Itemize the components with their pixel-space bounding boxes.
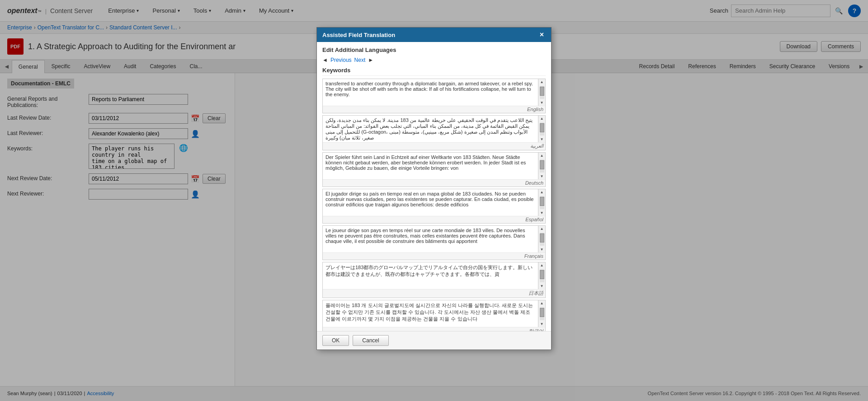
scroll-up-icon[interactable]: ▲	[539, 300, 545, 306]
scrollbar-col: ▲ ▼	[538, 189, 545, 216]
scroll-track[interactable]	[540, 233, 544, 246]
lang-scrollbar: プレイヤーは183都市のグローバルマップ上でリアルタイムで自分の国を実行します。…	[323, 262, 545, 289]
lang-section-english: transferred to another country through a…	[322, 79, 546, 113]
lang-label: 한국어	[528, 328, 543, 331]
scroll-thumb[interactable]	[540, 123, 544, 132]
lang-label: Español	[525, 217, 543, 222]
lang-scrollbar: يتيح اللاعب يتقدم في الوقت الحقيقي على خ…	[323, 116, 545, 142]
scroll-up-icon[interactable]: ▲	[539, 189, 545, 195]
scroll-down-icon[interactable]: ▼	[539, 247, 545, 252]
lang-textarea-6[interactable]: 플레이어는 183 개 도시의 글로벌지도에 실시간으로 자신의 나라를 실행합…	[323, 300, 538, 326]
lang-label: 日本語	[528, 290, 543, 297]
lang-label: العربية	[530, 143, 543, 149]
lang-scrollbar: Der Spieler führt sein Land in Echtzeit …	[323, 153, 545, 179]
scrollbar-col: ▲ ▼	[538, 153, 545, 179]
scrollbar-col: ▲ ▼	[538, 79, 545, 106]
scroll-up-icon[interactable]: ▲	[539, 153, 545, 159]
scroll-down-icon[interactable]: ▼	[539, 136, 545, 142]
modal-section-title: Edit Additional Languages	[322, 47, 546, 53]
modal-title-bar: Assisted Field Translation ×	[317, 28, 551, 42]
scroll-track[interactable]	[540, 196, 544, 209]
scroll-down-icon[interactable]: ▼	[539, 100, 545, 106]
modal-overlay: Assisted Field Translation × Edit Additi…	[0, 0, 868, 401]
scrollbar-col: ▲ ▼	[538, 262, 545, 289]
ok-button[interactable]: OK	[322, 335, 349, 346]
lang-textarea-4[interactable]: Le joueur dirige son pays en temps réel …	[323, 226, 538, 251]
lang-label: English	[527, 107, 543, 112]
lang-section-العربية: يتيح اللاعب يتقدم في الوقت الحقيقي على خ…	[322, 115, 546, 150]
lang-section-deutsch: Der Spieler führt sein Land in Echtzeit …	[322, 152, 546, 187]
lang-textarea-1[interactable]: يتيح اللاعب يتقدم في الوقت الحقيقي على خ…	[323, 116, 538, 141]
lang-textarea-5[interactable]: プレイヤーは183都市のグローバルマップ上でリアルタイムで自分の国を実行します。…	[323, 262, 538, 288]
lang-label-row: English	[323, 106, 545, 113]
lang-section-日本語: プレイヤーは183都市のグローバルマップ上でリアルタイムで自分の国を実行します。…	[322, 262, 546, 298]
keywords-heading: Keywords	[322, 67, 546, 76]
modal-nav: ◄ Previous Next ►	[322, 57, 546, 63]
lang-scrollbar: transferred to another country through a…	[323, 79, 545, 106]
modal-title: Assisted Field Translation	[322, 32, 395, 38]
modal-next-link[interactable]: Next	[354, 57, 366, 63]
scroll-thumb[interactable]	[540, 197, 544, 206]
lang-label: Deutsch	[525, 180, 543, 186]
scroll-down-icon[interactable]: ▼	[539, 173, 545, 179]
scrollbar-col: ▲ ▼	[538, 116, 545, 142]
scroll-up-icon[interactable]: ▲	[539, 262, 545, 268]
lang-section-한국어: 플레이어는 183 개 도시의 글로벌지도에 실시간으로 자신의 나라를 실행합…	[322, 300, 546, 331]
lang-textarea-2[interactable]: Der Spieler führt sein Land in Echtzeit …	[323, 153, 538, 178]
scroll-track[interactable]	[540, 86, 544, 99]
lang-textarea-3[interactable]: El jugador dirige su país en tiempo real…	[323, 189, 538, 214]
lang-label-row: Deutsch	[323, 179, 545, 187]
lang-label-row: Français	[323, 252, 545, 260]
scroll-track[interactable]	[540, 269, 544, 282]
lang-scrollbar: El jugador dirige su país en tiempo real…	[323, 189, 545, 216]
lang-label: Français	[524, 253, 543, 259]
scroll-thumb[interactable]	[540, 233, 544, 242]
scroll-thumb[interactable]	[540, 160, 544, 169]
scroll-track[interactable]	[540, 307, 544, 320]
scroll-thumb[interactable]	[540, 308, 544, 317]
scroll-up-icon[interactable]: ▲	[539, 116, 545, 121]
scroll-track[interactable]	[540, 159, 544, 173]
modal-close-button[interactable]: ×	[538, 31, 546, 38]
lang-scrollbar: Le joueur dirige son pays en temps réel …	[323, 226, 545, 252]
nav-arrow-next: ►	[368, 57, 373, 63]
scroll-track[interactable]	[540, 122, 544, 135]
lang-section-français: Le joueur dirige son pays en temps réel …	[322, 225, 546, 260]
scroll-up-icon[interactable]: ▲	[539, 79, 545, 85]
scroll-down-icon[interactable]: ▼	[539, 283, 545, 289]
scroll-thumb[interactable]	[540, 87, 544, 96]
lang-label-row: 한국어	[323, 327, 545, 331]
lang-section-español: El jugador dirige su país en tiempo real…	[322, 189, 546, 224]
scrollbar-col: ▲ ▼	[538, 226, 545, 252]
scroll-down-icon[interactable]: ▼	[539, 321, 545, 327]
lang-textarea-0[interactable]: transferred to another country through a…	[323, 79, 538, 104]
modal-prev-link[interactable]: Previous	[330, 57, 352, 63]
nav-arrow-prev: ◄	[322, 57, 328, 63]
lang-label-row: العربية	[323, 142, 545, 150]
scrollbar-col: ▲ ▼	[538, 300, 545, 327]
modal-body: Edit Additional Languages ◄ Previous Nex…	[317, 42, 551, 331]
lang-scrollbar: 플레이어는 183 개 도시의 글로벌지도에 실시간으로 자신의 나라를 실행합…	[323, 300, 545, 327]
lang-label-row: Español	[323, 216, 545, 223]
modal-dialog: Assisted Field Translation × Edit Additi…	[316, 27, 552, 350]
language-list: transferred to another country through a…	[322, 79, 546, 331]
modal-footer: OK Cancel	[317, 331, 551, 350]
scroll-thumb[interactable]	[540, 270, 544, 279]
lang-label-row: 日本語	[323, 289, 545, 298]
cancel-button[interactable]: Cancel	[353, 335, 388, 346]
scroll-up-icon[interactable]: ▲	[539, 226, 545, 232]
scroll-down-icon[interactable]: ▼	[539, 210, 545, 216]
